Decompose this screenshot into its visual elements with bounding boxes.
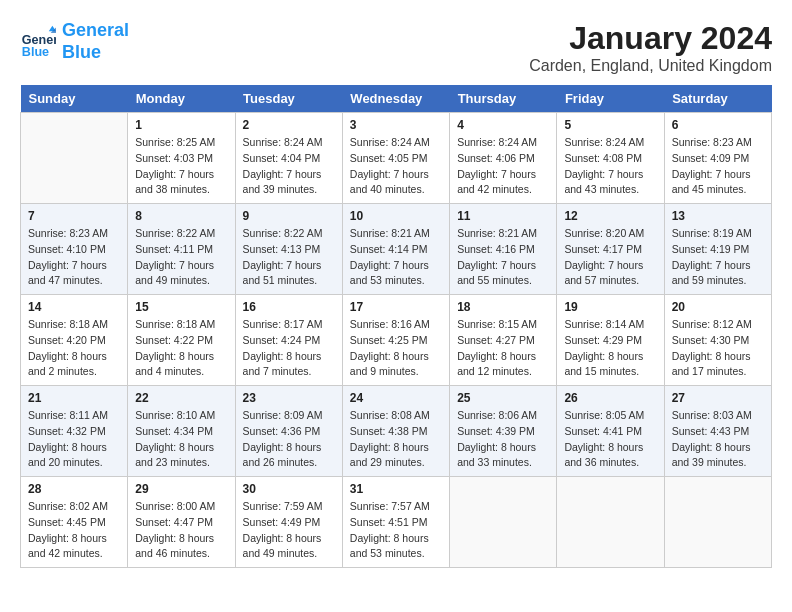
logo-icon: General Blue bbox=[20, 24, 56, 60]
calendar-cell: 9Sunrise: 8:22 AMSunset: 4:13 PMDaylight… bbox=[235, 204, 342, 295]
weekday-header-friday: Friday bbox=[557, 85, 664, 113]
calendar-week-row: 21Sunrise: 8:11 AMSunset: 4:32 PMDayligh… bbox=[21, 386, 772, 477]
day-number: 19 bbox=[564, 300, 656, 314]
calendar-cell: 15Sunrise: 8:18 AMSunset: 4:22 PMDayligh… bbox=[128, 295, 235, 386]
day-info: Sunrise: 8:09 AMSunset: 4:36 PMDaylight:… bbox=[243, 408, 335, 471]
day-number: 25 bbox=[457, 391, 549, 405]
calendar-cell: 10Sunrise: 8:21 AMSunset: 4:14 PMDayligh… bbox=[342, 204, 449, 295]
day-number: 28 bbox=[28, 482, 120, 496]
day-info: Sunrise: 8:08 AMSunset: 4:38 PMDaylight:… bbox=[350, 408, 442, 471]
calendar-cell: 2Sunrise: 8:24 AMSunset: 4:04 PMDaylight… bbox=[235, 113, 342, 204]
day-info: Sunrise: 8:18 AMSunset: 4:22 PMDaylight:… bbox=[135, 317, 227, 380]
day-info: Sunrise: 8:23 AMSunset: 4:09 PMDaylight:… bbox=[672, 135, 764, 198]
day-number: 8 bbox=[135, 209, 227, 223]
day-info: Sunrise: 8:02 AMSunset: 4:45 PMDaylight:… bbox=[28, 499, 120, 562]
calendar-cell: 18Sunrise: 8:15 AMSunset: 4:27 PMDayligh… bbox=[450, 295, 557, 386]
calendar-cell: 31Sunrise: 7:57 AMSunset: 4:51 PMDayligh… bbox=[342, 477, 449, 568]
calendar-cell bbox=[664, 477, 771, 568]
day-number: 2 bbox=[243, 118, 335, 132]
day-info: Sunrise: 8:22 AMSunset: 4:11 PMDaylight:… bbox=[135, 226, 227, 289]
calendar-cell: 28Sunrise: 8:02 AMSunset: 4:45 PMDayligh… bbox=[21, 477, 128, 568]
day-number: 11 bbox=[457, 209, 549, 223]
day-info: Sunrise: 8:21 AMSunset: 4:16 PMDaylight:… bbox=[457, 226, 549, 289]
day-number: 27 bbox=[672, 391, 764, 405]
calendar-cell: 22Sunrise: 8:10 AMSunset: 4:34 PMDayligh… bbox=[128, 386, 235, 477]
calendar-table: SundayMondayTuesdayWednesdayThursdayFrid… bbox=[20, 85, 772, 568]
day-info: Sunrise: 8:25 AMSunset: 4:03 PMDaylight:… bbox=[135, 135, 227, 198]
weekday-header-row: SundayMondayTuesdayWednesdayThursdayFrid… bbox=[21, 85, 772, 113]
day-number: 12 bbox=[564, 209, 656, 223]
day-number: 16 bbox=[243, 300, 335, 314]
calendar-cell: 25Sunrise: 8:06 AMSunset: 4:39 PMDayligh… bbox=[450, 386, 557, 477]
day-number: 18 bbox=[457, 300, 549, 314]
day-number: 17 bbox=[350, 300, 442, 314]
calendar-cell: 30Sunrise: 7:59 AMSunset: 4:49 PMDayligh… bbox=[235, 477, 342, 568]
title-area: January 2024 Carden, England, United Kin… bbox=[529, 20, 772, 75]
day-number: 5 bbox=[564, 118, 656, 132]
day-info: Sunrise: 8:24 AMSunset: 4:06 PMDaylight:… bbox=[457, 135, 549, 198]
day-info: Sunrise: 8:06 AMSunset: 4:39 PMDaylight:… bbox=[457, 408, 549, 471]
calendar-cell bbox=[450, 477, 557, 568]
calendar-week-row: 7Sunrise: 8:23 AMSunset: 4:10 PMDaylight… bbox=[21, 204, 772, 295]
weekday-header-wednesday: Wednesday bbox=[342, 85, 449, 113]
logo-subtext: Blue bbox=[62, 42, 129, 64]
day-info: Sunrise: 8:16 AMSunset: 4:25 PMDaylight:… bbox=[350, 317, 442, 380]
day-info: Sunrise: 8:10 AMSunset: 4:34 PMDaylight:… bbox=[135, 408, 227, 471]
calendar-cell: 6Sunrise: 8:23 AMSunset: 4:09 PMDaylight… bbox=[664, 113, 771, 204]
logo: General Blue General Blue bbox=[20, 20, 129, 63]
weekday-header-saturday: Saturday bbox=[664, 85, 771, 113]
day-info: Sunrise: 8:24 AMSunset: 4:04 PMDaylight:… bbox=[243, 135, 335, 198]
calendar-cell: 16Sunrise: 8:17 AMSunset: 4:24 PMDayligh… bbox=[235, 295, 342, 386]
calendar-cell: 24Sunrise: 8:08 AMSunset: 4:38 PMDayligh… bbox=[342, 386, 449, 477]
calendar-cell: 4Sunrise: 8:24 AMSunset: 4:06 PMDaylight… bbox=[450, 113, 557, 204]
day-info: Sunrise: 8:11 AMSunset: 4:32 PMDaylight:… bbox=[28, 408, 120, 471]
calendar-cell: 27Sunrise: 8:03 AMSunset: 4:43 PMDayligh… bbox=[664, 386, 771, 477]
svg-text:Blue: Blue bbox=[22, 45, 49, 59]
day-info: Sunrise: 7:57 AMSunset: 4:51 PMDaylight:… bbox=[350, 499, 442, 562]
calendar-cell: 13Sunrise: 8:19 AMSunset: 4:19 PMDayligh… bbox=[664, 204, 771, 295]
calendar-cell: 8Sunrise: 8:22 AMSunset: 4:11 PMDaylight… bbox=[128, 204, 235, 295]
header: General Blue General Blue January 2024 C… bbox=[20, 20, 772, 75]
day-number: 4 bbox=[457, 118, 549, 132]
calendar-cell: 1Sunrise: 8:25 AMSunset: 4:03 PMDaylight… bbox=[128, 113, 235, 204]
weekday-header-thursday: Thursday bbox=[450, 85, 557, 113]
calendar-cell: 19Sunrise: 8:14 AMSunset: 4:29 PMDayligh… bbox=[557, 295, 664, 386]
day-number: 21 bbox=[28, 391, 120, 405]
day-number: 9 bbox=[243, 209, 335, 223]
calendar-cell: 23Sunrise: 8:09 AMSunset: 4:36 PMDayligh… bbox=[235, 386, 342, 477]
day-number: 6 bbox=[672, 118, 764, 132]
calendar-cell: 3Sunrise: 8:24 AMSunset: 4:05 PMDaylight… bbox=[342, 113, 449, 204]
day-number: 7 bbox=[28, 209, 120, 223]
calendar-cell: 26Sunrise: 8:05 AMSunset: 4:41 PMDayligh… bbox=[557, 386, 664, 477]
day-info: Sunrise: 8:00 AMSunset: 4:47 PMDaylight:… bbox=[135, 499, 227, 562]
day-info: Sunrise: 8:14 AMSunset: 4:29 PMDaylight:… bbox=[564, 317, 656, 380]
day-number: 1 bbox=[135, 118, 227, 132]
day-number: 31 bbox=[350, 482, 442, 496]
day-number: 24 bbox=[350, 391, 442, 405]
weekday-header-sunday: Sunday bbox=[21, 85, 128, 113]
day-info: Sunrise: 8:18 AMSunset: 4:20 PMDaylight:… bbox=[28, 317, 120, 380]
day-info: Sunrise: 8:19 AMSunset: 4:19 PMDaylight:… bbox=[672, 226, 764, 289]
day-number: 22 bbox=[135, 391, 227, 405]
calendar-week-row: 28Sunrise: 8:02 AMSunset: 4:45 PMDayligh… bbox=[21, 477, 772, 568]
calendar-cell: 17Sunrise: 8:16 AMSunset: 4:25 PMDayligh… bbox=[342, 295, 449, 386]
day-info: Sunrise: 8:23 AMSunset: 4:10 PMDaylight:… bbox=[28, 226, 120, 289]
calendar-cell: 5Sunrise: 8:24 AMSunset: 4:08 PMDaylight… bbox=[557, 113, 664, 204]
day-info: Sunrise: 8:22 AMSunset: 4:13 PMDaylight:… bbox=[243, 226, 335, 289]
day-number: 10 bbox=[350, 209, 442, 223]
day-number: 29 bbox=[135, 482, 227, 496]
day-number: 30 bbox=[243, 482, 335, 496]
calendar-cell: 7Sunrise: 8:23 AMSunset: 4:10 PMDaylight… bbox=[21, 204, 128, 295]
calendar-cell bbox=[557, 477, 664, 568]
day-number: 20 bbox=[672, 300, 764, 314]
day-info: Sunrise: 8:21 AMSunset: 4:14 PMDaylight:… bbox=[350, 226, 442, 289]
day-info: Sunrise: 8:12 AMSunset: 4:30 PMDaylight:… bbox=[672, 317, 764, 380]
calendar-week-row: 1Sunrise: 8:25 AMSunset: 4:03 PMDaylight… bbox=[21, 113, 772, 204]
day-info: Sunrise: 8:03 AMSunset: 4:43 PMDaylight:… bbox=[672, 408, 764, 471]
month-title: January 2024 bbox=[529, 20, 772, 57]
day-info: Sunrise: 8:15 AMSunset: 4:27 PMDaylight:… bbox=[457, 317, 549, 380]
calendar-cell: 12Sunrise: 8:20 AMSunset: 4:17 PMDayligh… bbox=[557, 204, 664, 295]
day-number: 13 bbox=[672, 209, 764, 223]
day-info: Sunrise: 8:05 AMSunset: 4:41 PMDaylight:… bbox=[564, 408, 656, 471]
day-number: 15 bbox=[135, 300, 227, 314]
